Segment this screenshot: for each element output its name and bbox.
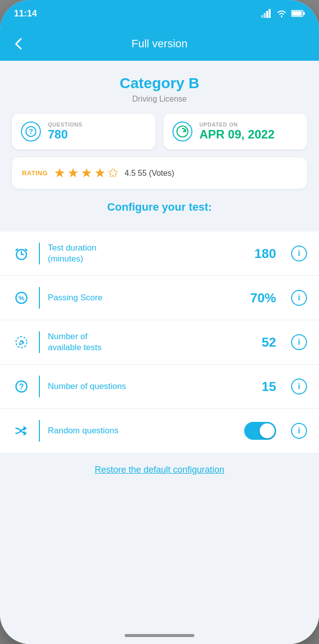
svg-point-9	[177, 126, 188, 137]
star-4: ★	[94, 165, 106, 181]
question-svg: ?	[14, 379, 29, 394]
phone-frame: 11:14	[0, 0, 319, 644]
percent-icon: %	[12, 288, 31, 307]
divider-5	[39, 420, 40, 442]
edit-circle-svg	[14, 335, 29, 350]
random-questions-info-btn[interactable]: i	[291, 423, 307, 439]
rating-card: RATING ★ ★ ★ ★ ✩ 4.5 55 (Votes)	[12, 157, 307, 189]
star-half: ✩	[108, 165, 119, 181]
rating-text: 4.5 55 (Votes)	[125, 169, 174, 178]
status-time: 11:14	[14, 8, 37, 19]
questions-icon: ?	[21, 122, 41, 141]
num-questions-row: ? Number of questions 15 i	[0, 365, 319, 409]
test-duration-label: Test duration(minutes)	[48, 243, 247, 264]
random-questions-row: Random questions i	[0, 409, 319, 453]
category-subtitle: Driving License	[12, 95, 307, 104]
info-cards: ? QUESTIONS 780	[12, 114, 307, 149]
toggle-knob	[260, 423, 275, 438]
configure-title: Configure your test:	[12, 201, 307, 214]
percent-svg: %	[14, 290, 29, 305]
alarm-svg	[14, 246, 29, 261]
passing-score-value[interactable]: 70%	[250, 290, 276, 306]
svg-rect-1	[264, 13, 266, 18]
back-button[interactable]	[12, 37, 26, 51]
svg-rect-2	[266, 11, 268, 18]
divider-4	[39, 376, 40, 397]
nav-title: Full version	[132, 37, 187, 50]
random-questions-toggle[interactable]	[244, 422, 276, 440]
star-2: ★	[67, 165, 79, 181]
home-indicator	[125, 634, 194, 637]
svg-rect-3	[269, 9, 271, 18]
svg-text:%: %	[18, 294, 24, 302]
test-duration-row: Test duration(minutes) 180 i	[0, 232, 319, 276]
available-tests-row: Number ofavailable tests 52 i	[0, 320, 319, 365]
passing-score-row: % Passing Score 70% i	[0, 276, 319, 320]
wifi-icon	[276, 9, 287, 18]
battery-icon	[291, 9, 305, 17]
available-tests-info-btn[interactable]: i	[291, 334, 307, 350]
test-duration-info-btn[interactable]: i	[291, 246, 307, 261]
category-title: Category B	[12, 75, 307, 92]
star-1: ★	[54, 165, 65, 181]
divider-1	[39, 243, 40, 264]
divider-3	[39, 331, 40, 353]
question-circle-icon: ?	[25, 126, 37, 137]
num-questions-label: Number of questions	[48, 381, 254, 392]
edit-circle-icon	[12, 333, 31, 352]
header-section: Category B Driving License ? QUESTIONS 7…	[0, 61, 319, 228]
svg-rect-0	[261, 15, 263, 18]
updated-label: UPDATED ON	[199, 122, 275, 128]
restore-link[interactable]: Restore the default configuration	[95, 465, 224, 475]
test-duration-value[interactable]: 180	[255, 246, 276, 261]
svg-text:?: ?	[29, 128, 33, 135]
back-arrow-icon	[12, 37, 26, 51]
nav-bar: Full version	[0, 27, 319, 61]
question-icon: ?	[12, 377, 31, 396]
questions-content: QUESTIONS 780	[48, 122, 82, 141]
updated-icon	[172, 122, 192, 141]
svg-rect-6	[292, 11, 302, 16]
refresh-icon	[175, 125, 189, 138]
passing-score-info-btn[interactable]: i	[291, 290, 307, 306]
settings-section: Test duration(minutes) 180 i % Passing S…	[0, 232, 319, 453]
status-bar: 11:14	[0, 0, 319, 27]
restore-section: Restore the default configuration	[0, 453, 319, 487]
svg-rect-5	[304, 12, 305, 15]
rating-label: RATING	[22, 169, 48, 177]
updated-card: UPDATED ON APR 09, 2022	[163, 114, 307, 149]
svg-point-15	[16, 337, 27, 348]
updated-content: UPDATED ON APR 09, 2022	[199, 122, 275, 141]
main-content: Category B Driving License ? QUESTIONS 7…	[0, 61, 319, 644]
questions-label: QUESTIONS	[48, 122, 82, 128]
svg-text:?: ?	[19, 383, 24, 391]
status-icons	[261, 9, 305, 18]
num-questions-info-btn[interactable]: i	[291, 379, 307, 394]
stars: ★ ★ ★ ★ ✩	[54, 165, 119, 181]
available-tests-value[interactable]: 52	[262, 335, 276, 350]
questions-value: 780	[48, 128, 82, 141]
shuffle-svg	[14, 423, 29, 438]
passing-score-label: Passing Score	[48, 292, 242, 303]
questions-card: ? QUESTIONS 780	[12, 114, 156, 149]
divider-2	[39, 287, 40, 309]
alarm-icon	[12, 244, 31, 263]
random-questions-label: Random questions	[48, 425, 236, 436]
signal-icon	[261, 9, 272, 18]
shuffle-icon	[12, 421, 31, 440]
available-tests-label: Number ofavailable tests	[48, 331, 254, 353]
num-questions-value[interactable]: 15	[262, 379, 276, 394]
star-3: ★	[81, 165, 92, 181]
updated-value: APR 09, 2022	[199, 128, 275, 141]
